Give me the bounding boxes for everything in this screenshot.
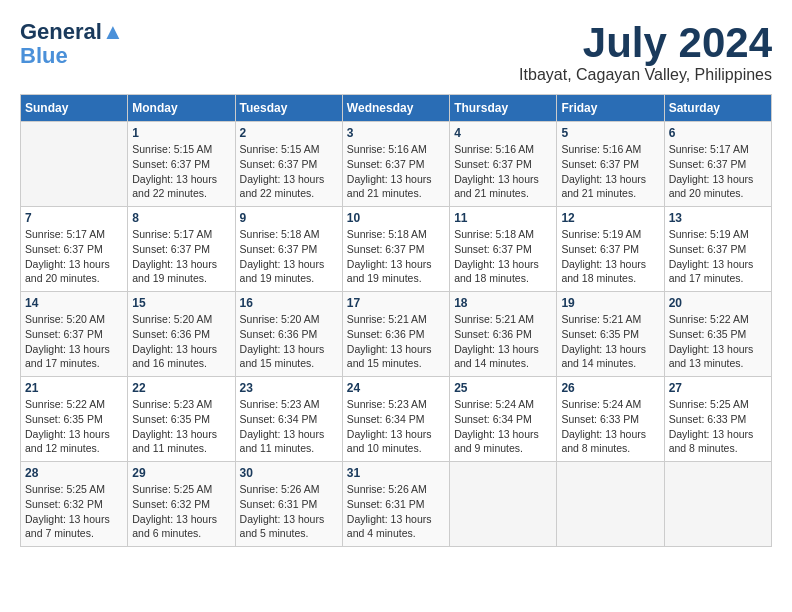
day-number: 7 bbox=[25, 211, 123, 225]
calendar-cell: 28Sunrise: 5:25 AM Sunset: 6:32 PM Dayli… bbox=[21, 462, 128, 547]
calendar-week-row: 1Sunrise: 5:15 AM Sunset: 6:37 PM Daylig… bbox=[21, 122, 772, 207]
day-info: Sunrise: 5:23 AM Sunset: 6:34 PM Dayligh… bbox=[240, 397, 338, 456]
day-number: 14 bbox=[25, 296, 123, 310]
day-info: Sunrise: 5:21 AM Sunset: 6:36 PM Dayligh… bbox=[454, 312, 552, 371]
title-section: July 2024 Itbayat, Cagayan Valley, Phili… bbox=[519, 20, 772, 84]
day-number: 13 bbox=[669, 211, 767, 225]
calendar-day-header: Sunday bbox=[21, 95, 128, 122]
day-number: 3 bbox=[347, 126, 445, 140]
calendar-cell bbox=[450, 462, 557, 547]
day-info: Sunrise: 5:20 AM Sunset: 6:36 PM Dayligh… bbox=[240, 312, 338, 371]
calendar-cell: 27Sunrise: 5:25 AM Sunset: 6:33 PM Dayli… bbox=[664, 377, 771, 462]
calendar-cell: 1Sunrise: 5:15 AM Sunset: 6:37 PM Daylig… bbox=[128, 122, 235, 207]
day-number: 20 bbox=[669, 296, 767, 310]
day-number: 26 bbox=[561, 381, 659, 395]
calendar-cell: 11Sunrise: 5:18 AM Sunset: 6:37 PM Dayli… bbox=[450, 207, 557, 292]
day-number: 27 bbox=[669, 381, 767, 395]
day-info: Sunrise: 5:20 AM Sunset: 6:36 PM Dayligh… bbox=[132, 312, 230, 371]
day-number: 30 bbox=[240, 466, 338, 480]
calendar-cell: 21Sunrise: 5:22 AM Sunset: 6:35 PM Dayli… bbox=[21, 377, 128, 462]
day-info: Sunrise: 5:17 AM Sunset: 6:37 PM Dayligh… bbox=[25, 227, 123, 286]
calendar-cell: 7Sunrise: 5:17 AM Sunset: 6:37 PM Daylig… bbox=[21, 207, 128, 292]
calendar-cell: 24Sunrise: 5:23 AM Sunset: 6:34 PM Dayli… bbox=[342, 377, 449, 462]
calendar-cell: 2Sunrise: 5:15 AM Sunset: 6:37 PM Daylig… bbox=[235, 122, 342, 207]
calendar-cell: 18Sunrise: 5:21 AM Sunset: 6:36 PM Dayli… bbox=[450, 292, 557, 377]
calendar-cell: 14Sunrise: 5:20 AM Sunset: 6:37 PM Dayli… bbox=[21, 292, 128, 377]
day-info: Sunrise: 5:26 AM Sunset: 6:31 PM Dayligh… bbox=[240, 482, 338, 541]
calendar-week-row: 7Sunrise: 5:17 AM Sunset: 6:37 PM Daylig… bbox=[21, 207, 772, 292]
day-number: 2 bbox=[240, 126, 338, 140]
calendar-cell bbox=[557, 462, 664, 547]
day-number: 21 bbox=[25, 381, 123, 395]
page-header: General▲ Blue July 2024 Itbayat, Cagayan… bbox=[20, 20, 772, 84]
calendar-cell: 4Sunrise: 5:16 AM Sunset: 6:37 PM Daylig… bbox=[450, 122, 557, 207]
calendar-cell: 16Sunrise: 5:20 AM Sunset: 6:36 PM Dayli… bbox=[235, 292, 342, 377]
calendar-week-row: 21Sunrise: 5:22 AM Sunset: 6:35 PM Dayli… bbox=[21, 377, 772, 462]
day-info: Sunrise: 5:15 AM Sunset: 6:37 PM Dayligh… bbox=[240, 142, 338, 201]
calendar-cell: 22Sunrise: 5:23 AM Sunset: 6:35 PM Dayli… bbox=[128, 377, 235, 462]
calendar-cell: 31Sunrise: 5:26 AM Sunset: 6:31 PM Dayli… bbox=[342, 462, 449, 547]
day-info: Sunrise: 5:19 AM Sunset: 6:37 PM Dayligh… bbox=[561, 227, 659, 286]
day-number: 16 bbox=[240, 296, 338, 310]
day-info: Sunrise: 5:25 AM Sunset: 6:33 PM Dayligh… bbox=[669, 397, 767, 456]
day-info: Sunrise: 5:24 AM Sunset: 6:34 PM Dayligh… bbox=[454, 397, 552, 456]
day-number: 17 bbox=[347, 296, 445, 310]
day-number: 25 bbox=[454, 381, 552, 395]
logo-text: General▲ bbox=[20, 20, 124, 44]
day-info: Sunrise: 5:21 AM Sunset: 6:35 PM Dayligh… bbox=[561, 312, 659, 371]
day-number: 29 bbox=[132, 466, 230, 480]
day-number: 19 bbox=[561, 296, 659, 310]
day-info: Sunrise: 5:25 AM Sunset: 6:32 PM Dayligh… bbox=[25, 482, 123, 541]
calendar-cell: 13Sunrise: 5:19 AM Sunset: 6:37 PM Dayli… bbox=[664, 207, 771, 292]
calendar-cell: 3Sunrise: 5:16 AM Sunset: 6:37 PM Daylig… bbox=[342, 122, 449, 207]
calendar-table: SundayMondayTuesdayWednesdayThursdayFrid… bbox=[20, 94, 772, 547]
calendar-day-header: Saturday bbox=[664, 95, 771, 122]
day-info: Sunrise: 5:16 AM Sunset: 6:37 PM Dayligh… bbox=[347, 142, 445, 201]
month-title: July 2024 bbox=[519, 20, 772, 66]
day-number: 24 bbox=[347, 381, 445, 395]
day-number: 9 bbox=[240, 211, 338, 225]
day-number: 1 bbox=[132, 126, 230, 140]
day-number: 5 bbox=[561, 126, 659, 140]
calendar-cell: 30Sunrise: 5:26 AM Sunset: 6:31 PM Dayli… bbox=[235, 462, 342, 547]
day-info: Sunrise: 5:17 AM Sunset: 6:37 PM Dayligh… bbox=[132, 227, 230, 286]
day-info: Sunrise: 5:18 AM Sunset: 6:37 PM Dayligh… bbox=[347, 227, 445, 286]
day-info: Sunrise: 5:23 AM Sunset: 6:34 PM Dayligh… bbox=[347, 397, 445, 456]
calendar-day-header: Wednesday bbox=[342, 95, 449, 122]
calendar-cell: 12Sunrise: 5:19 AM Sunset: 6:37 PM Dayli… bbox=[557, 207, 664, 292]
day-number: 15 bbox=[132, 296, 230, 310]
day-info: Sunrise: 5:25 AM Sunset: 6:32 PM Dayligh… bbox=[132, 482, 230, 541]
day-number: 31 bbox=[347, 466, 445, 480]
day-info: Sunrise: 5:24 AM Sunset: 6:33 PM Dayligh… bbox=[561, 397, 659, 456]
day-info: Sunrise: 5:19 AM Sunset: 6:37 PM Dayligh… bbox=[669, 227, 767, 286]
day-number: 8 bbox=[132, 211, 230, 225]
calendar-day-header: Tuesday bbox=[235, 95, 342, 122]
day-info: Sunrise: 5:18 AM Sunset: 6:37 PM Dayligh… bbox=[454, 227, 552, 286]
day-number: 28 bbox=[25, 466, 123, 480]
calendar-day-header: Monday bbox=[128, 95, 235, 122]
day-info: Sunrise: 5:16 AM Sunset: 6:37 PM Dayligh… bbox=[561, 142, 659, 201]
day-info: Sunrise: 5:18 AM Sunset: 6:37 PM Dayligh… bbox=[240, 227, 338, 286]
calendar-cell: 26Sunrise: 5:24 AM Sunset: 6:33 PM Dayli… bbox=[557, 377, 664, 462]
calendar-cell: 25Sunrise: 5:24 AM Sunset: 6:34 PM Dayli… bbox=[450, 377, 557, 462]
calendar-cell: 23Sunrise: 5:23 AM Sunset: 6:34 PM Dayli… bbox=[235, 377, 342, 462]
calendar-cell: 8Sunrise: 5:17 AM Sunset: 6:37 PM Daylig… bbox=[128, 207, 235, 292]
day-info: Sunrise: 5:21 AM Sunset: 6:36 PM Dayligh… bbox=[347, 312, 445, 371]
calendar-cell: 29Sunrise: 5:25 AM Sunset: 6:32 PM Dayli… bbox=[128, 462, 235, 547]
day-info: Sunrise: 5:23 AM Sunset: 6:35 PM Dayligh… bbox=[132, 397, 230, 456]
day-number: 22 bbox=[132, 381, 230, 395]
calendar-cell: 5Sunrise: 5:16 AM Sunset: 6:37 PM Daylig… bbox=[557, 122, 664, 207]
calendar-cell bbox=[21, 122, 128, 207]
calendar-cell: 15Sunrise: 5:20 AM Sunset: 6:36 PM Dayli… bbox=[128, 292, 235, 377]
day-number: 11 bbox=[454, 211, 552, 225]
day-number: 4 bbox=[454, 126, 552, 140]
day-info: Sunrise: 5:22 AM Sunset: 6:35 PM Dayligh… bbox=[669, 312, 767, 371]
calendar-cell: 19Sunrise: 5:21 AM Sunset: 6:35 PM Dayli… bbox=[557, 292, 664, 377]
day-info: Sunrise: 5:22 AM Sunset: 6:35 PM Dayligh… bbox=[25, 397, 123, 456]
calendar-cell: 17Sunrise: 5:21 AM Sunset: 6:36 PM Dayli… bbox=[342, 292, 449, 377]
calendar-day-header: Friday bbox=[557, 95, 664, 122]
day-number: 6 bbox=[669, 126, 767, 140]
day-number: 18 bbox=[454, 296, 552, 310]
calendar-cell bbox=[664, 462, 771, 547]
logo: General▲ Blue bbox=[20, 20, 124, 68]
